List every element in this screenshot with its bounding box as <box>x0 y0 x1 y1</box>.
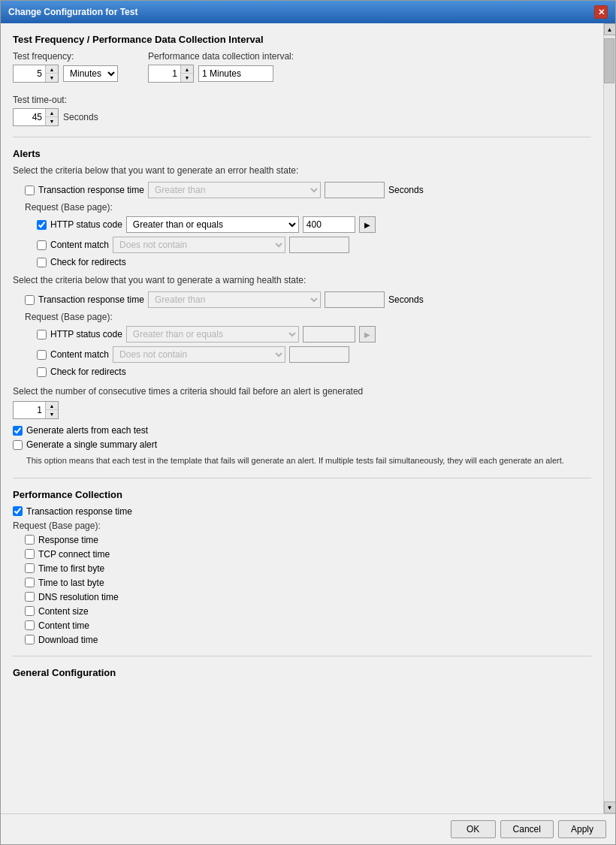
warn-txn-row: Transaction response time Greater than S… <box>25 291 591 308</box>
scrollbar-thumb[interactable] <box>604 38 614 83</box>
scroll-up-button[interactable]: ▲ <box>604 23 616 35</box>
warn-redirect-label: Check for redirects <box>50 367 126 377</box>
scrollbar-track <box>604 35 615 801</box>
perf-dns-row: DNS resolution time <box>25 592 591 602</box>
test-timeout-up[interactable]: ▲ <box>46 109 58 117</box>
warn-http-checkbox[interactable] <box>37 330 47 340</box>
error-request-group: HTTP status code Greater than or equals … <box>25 216 591 267</box>
test-frequency-spinner: 5 ▲ ▼ <box>13 65 59 83</box>
frequency-title: Test Frequency / Performance Data Collec… <box>13 34 591 45</box>
consecutive-label: Select the number of consecutive times a… <box>13 386 591 397</box>
test-timeout-spinbtns: ▲ ▼ <box>45 109 58 125</box>
consecutive-down[interactable]: ▼ <box>46 410 58 418</box>
error-http-play-button[interactable]: ▶ <box>359 216 376 233</box>
perf-tcp-label: TCP connect time <box>38 549 110 560</box>
warn-http-label: HTTP status code <box>50 329 122 340</box>
warn-txn-value-input[interactable] <box>325 291 385 308</box>
dialog-title: Change Configuration for Test <box>8 7 137 17</box>
perf-collection-group: Performance data collection interval: 1 … <box>148 51 294 87</box>
perf-txn-row: Transaction response time <box>13 506 591 517</box>
perf-first-byte-row: Time to first byte <box>25 563 591 574</box>
test-frequency-up[interactable]: ▲ <box>46 65 58 74</box>
warn-redirect-checkbox[interactable] <box>37 367 47 377</box>
warn-http-row: HTTP status code Greater than or equals … <box>37 326 591 343</box>
warn-http-play-button[interactable]: ▶ <box>359 326 376 343</box>
error-http-condition-select[interactable]: Greater than or equals Greater than Less… <box>126 216 299 233</box>
perf-collection-down[interactable]: ▼ <box>181 74 193 82</box>
test-timeout-group: Test time-out: 45 ▲ ▼ Seconds <box>13 95 591 126</box>
warn-http-value-input[interactable] <box>303 326 355 343</box>
error-txn-value-input[interactable] <box>325 182 385 198</box>
warn-txn-checkbox[interactable] <box>25 295 35 305</box>
ok-button[interactable]: OK <box>451 820 496 838</box>
dialog-content: Test Frequency / Performance Data Collec… <box>1 23 615 813</box>
perf-collection-input[interactable]: 1 <box>149 65 180 82</box>
perf-content-time-checkbox[interactable] <box>25 620 35 630</box>
perf-tcp-row: TCP connect time <box>25 549 591 560</box>
warn-content-checkbox[interactable] <box>37 350 47 360</box>
general-config-section: General Configuration <box>13 667 591 678</box>
perf-content-size-row: Content size <box>25 606 591 617</box>
perf-last-byte-label: Time to last byte <box>38 578 104 588</box>
error-txn-row: Transaction response time Greater than S… <box>25 182 591 198</box>
error-txn-unit: Seconds <box>388 185 424 195</box>
apply-button[interactable]: Apply <box>558 820 606 838</box>
alert-description: This option means that each test in the … <box>26 454 591 467</box>
warn-txn-unit: Seconds <box>388 294 424 305</box>
error-txn-label: Transaction response time <box>38 185 144 195</box>
perf-content-time-row: Content time <box>25 620 591 631</box>
error-content-condition-select[interactable]: Does not contain <box>113 237 285 253</box>
warn-txn-condition-select[interactable]: Greater than <box>148 291 321 308</box>
perf-request-label: Request (Base page): <box>13 521 591 531</box>
consecutive-up[interactable]: ▲ <box>46 402 58 410</box>
perf-response-label: Response time <box>38 535 98 545</box>
error-txn-checkbox[interactable] <box>25 186 35 195</box>
error-txn-condition-select[interactable]: Greater than <box>148 182 321 198</box>
dialog-footer: OK Cancel Apply <box>1 813 615 844</box>
test-timeout-down[interactable]: ▼ <box>46 117 58 125</box>
gen-single-checkbox[interactable] <box>13 440 23 450</box>
gen-alerts-each-label: Generate alerts from each test <box>26 425 148 436</box>
cancel-button[interactable]: Cancel <box>500 820 554 838</box>
scrollbar[interactable]: ▲ ▼ <box>603 23 615 813</box>
gen-alerts-each-checkbox[interactable] <box>13 426 23 436</box>
error-redirect-checkbox[interactable] <box>37 258 47 267</box>
perf-response-row: Response time <box>25 535 591 545</box>
warn-http-condition-select[interactable]: Greater than or equals <box>126 326 299 343</box>
warn-redirect-row: Check for redirects <box>37 367 591 377</box>
test-frequency-down[interactable]: ▼ <box>46 74 58 82</box>
perf-txn-checkbox[interactable] <box>13 506 23 516</box>
perf-download-row: Download time <box>25 635 591 645</box>
error-criteria-label: Select the criteria below that you want … <box>13 165 591 176</box>
error-http-checkbox[interactable] <box>37 220 47 230</box>
test-timeout-input[interactable]: 45 <box>14 109 45 125</box>
warn-content-condition-select[interactable]: Does not contain <box>113 346 285 363</box>
perf-content-size-checkbox[interactable] <box>25 606 35 616</box>
consecutive-input[interactable]: 1 <box>14 402 45 418</box>
consecutive-section: Select the number of consecutive times a… <box>13 386 591 419</box>
perf-download-checkbox[interactable] <box>25 635 35 644</box>
warn-content-value-input[interactable] <box>289 346 349 363</box>
consecutive-spinbtns: ▲ ▼ <box>45 402 58 418</box>
perf-tcp-checkbox[interactable] <box>25 549 35 559</box>
error-http-label: HTTP status code <box>50 219 122 230</box>
error-content-value-input[interactable] <box>289 237 349 253</box>
perf-dns-label: DNS resolution time <box>38 592 119 602</box>
perf-last-byte-checkbox[interactable] <box>25 578 35 587</box>
perf-dns-checkbox[interactable] <box>25 592 35 602</box>
error-http-value-input[interactable] <box>303 216 355 233</box>
perf-response-checkbox[interactable] <box>25 535 35 545</box>
perf-collection-up[interactable]: ▲ <box>181 65 193 74</box>
close-button[interactable]: ✕ <box>594 5 608 19</box>
test-frequency-input[interactable]: 5 <box>14 65 45 82</box>
warning-criteria-label: Select the criteria below that you want … <box>13 275 591 285</box>
scroll-down-button[interactable]: ▼ <box>604 801 616 813</box>
perf-first-byte-checkbox[interactable] <box>25 563 35 573</box>
perf-download-label: Download time <box>38 635 98 645</box>
gen-single-row: Generate a single summary alert <box>13 439 591 450</box>
error-content-checkbox[interactable] <box>37 240 47 250</box>
warn-request-label: Request (Base page): <box>25 312 591 322</box>
test-frequency-unit-select[interactable]: Minutes Hours <box>63 65 118 82</box>
test-timeout-row: 45 ▲ ▼ Seconds <box>13 108 591 126</box>
general-config-title: General Configuration <box>13 667 591 678</box>
